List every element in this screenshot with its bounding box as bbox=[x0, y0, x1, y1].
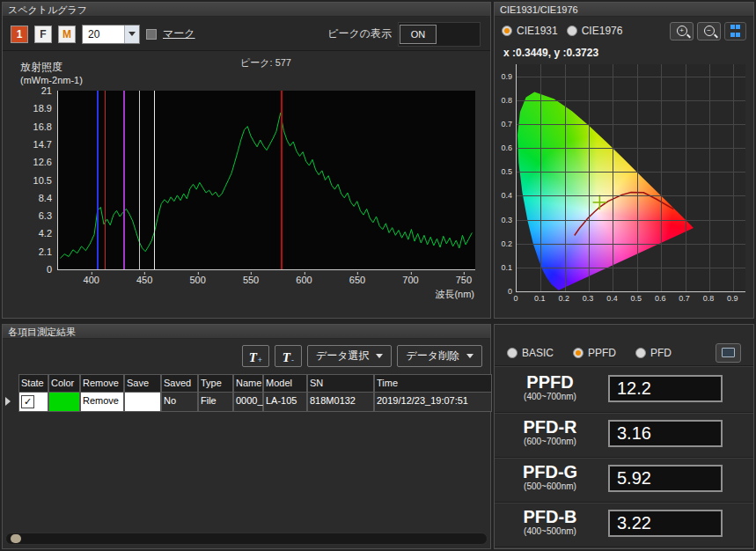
display-mode-1-button[interactable]: 1 bbox=[11, 26, 28, 43]
column-header-type: Type bbox=[198, 374, 233, 393]
cie-panel: CIE1931/CIE1976 CIE1931 CIE1976 + − bbox=[494, 2, 754, 319]
cie-controls: CIE1931 CIE1976 + − bbox=[495, 18, 753, 44]
fit-view-button[interactable] bbox=[724, 22, 746, 40]
y-tick-label: 4.2 bbox=[39, 228, 52, 239]
metric-name: PFD-G bbox=[495, 463, 606, 481]
font-size-increase-button[interactable]: T + bbox=[242, 345, 269, 367]
cie-panel-title: CIE1931/CIE1976 bbox=[500, 4, 578, 15]
wavelength-marker bbox=[154, 91, 155, 269]
x-tick-label: 0.5 bbox=[631, 294, 642, 303]
peak-display-on-button[interactable]: ON bbox=[400, 25, 437, 44]
column-header-color: Color bbox=[48, 374, 80, 393]
data-select-label: データ選択 bbox=[316, 349, 370, 364]
radio-cie1976[interactable]: CIE1976 bbox=[567, 25, 623, 37]
radio-basic[interactable]: BASIC bbox=[507, 347, 554, 359]
wavelength-marker bbox=[105, 91, 106, 269]
spectrum-plot-area[interactable] bbox=[57, 91, 475, 270]
plus-icon: + bbox=[258, 356, 262, 364]
spectrum-x-axis: 400450500550600650700750 bbox=[57, 272, 474, 284]
graph-display-button[interactable] bbox=[716, 343, 741, 363]
radio-cie1931[interactable]: CIE1931 bbox=[502, 25, 558, 37]
radio-ppfd[interactable]: PPFD bbox=[573, 347, 616, 359]
metric-row: PPFD(400~700nm)12.2 bbox=[495, 367, 753, 413]
y-tick-label: 2.1 bbox=[39, 246, 52, 257]
metric-name: PFD-R bbox=[495, 418, 606, 436]
zoom-controls: + − bbox=[670, 22, 746, 40]
y-axis-title: 放射照度 (mWm-2nm-1) bbox=[20, 61, 83, 87]
monitor-icon bbox=[722, 348, 735, 357]
radio-cie1931-label: CIE1931 bbox=[517, 25, 558, 37]
color-swatch-cell[interactable] bbox=[48, 392, 80, 412]
data-delete-button[interactable]: データ削除 bbox=[397, 345, 482, 367]
spectrum-panel-title: スペクトルグラフ bbox=[8, 4, 87, 15]
font-icon: T bbox=[283, 351, 290, 364]
spectrum-line-chart bbox=[58, 91, 475, 269]
metric-wavelength-range: (600~700nm) bbox=[495, 437, 606, 446]
y-tick-label: 0.5 bbox=[501, 167, 512, 176]
scrollbar-thumb[interactable] bbox=[11, 534, 21, 543]
state-cell[interactable]: ✓ bbox=[18, 392, 48, 412]
chromaticity-coordinates: x :0.3449, y :0.3723 bbox=[503, 47, 598, 59]
x-tick-label: 650 bbox=[349, 275, 365, 285]
wavelength-marker bbox=[123, 91, 125, 269]
metric-wavelength-range: (400~500nm) bbox=[495, 526, 606, 536]
metric-value-box: 5.92 bbox=[608, 465, 723, 492]
results-panel-header: 各項目測定結果 bbox=[3, 325, 490, 339]
minus-icon: - bbox=[291, 356, 294, 364]
x-tick-label: 0.9 bbox=[727, 294, 738, 303]
column-header-state: State bbox=[18, 374, 48, 393]
mark-checkbox[interactable] bbox=[146, 29, 157, 40]
data-select-button[interactable]: データ選択 bbox=[307, 345, 393, 367]
remove-button[interactable]: Remove bbox=[80, 392, 124, 412]
x-tick-label: 500 bbox=[189, 275, 205, 285]
peak-display-toggle-strip: ON bbox=[398, 22, 481, 47]
x-tick-label: 400 bbox=[84, 275, 99, 285]
row-selector-icon bbox=[5, 397, 11, 406]
radio-pfd[interactable]: PFD bbox=[635, 347, 672, 359]
spectrum-toolbar: 1 F M 20 マーク ピークの表示 ON bbox=[3, 18, 490, 51]
x-tick-label: 550 bbox=[243, 275, 259, 285]
save-cell[interactable] bbox=[124, 392, 161, 412]
wavelength-marker bbox=[281, 91, 283, 269]
zoom-in-button[interactable]: + bbox=[670, 22, 694, 40]
zoom-out-button[interactable]: − bbox=[697, 22, 721, 40]
state-checkbox[interactable]: ✓ bbox=[21, 395, 34, 408]
results-table: StateColorRemoveSaveSavedTypeNameModelSN… bbox=[6, 374, 487, 415]
x-tick-label: 600 bbox=[296, 275, 312, 285]
horizontal-scrollbar[interactable] bbox=[5, 533, 488, 545]
metric-wavelength-range: (500~600nm) bbox=[495, 481, 606, 491]
wavelength-marker bbox=[139, 91, 140, 269]
font-size-decrease-button[interactable]: T - bbox=[275, 345, 302, 367]
display-mode-f-button[interactable]: F bbox=[34, 26, 52, 43]
metric-row: PFD-B(400~500nm)3.22 bbox=[495, 502, 753, 547]
x-tick-label: 0.8 bbox=[703, 294, 715, 303]
cell-time: 2019/12/23_19:07:51 bbox=[374, 392, 492, 412]
cie-panel-header: CIE1931/CIE1976 bbox=[495, 3, 753, 17]
data-delete-label: データ削除 bbox=[406, 349, 459, 364]
cie-y-axis: 00.10.20.30.40.50.60.70.80.9 bbox=[495, 64, 514, 291]
gridline bbox=[517, 124, 745, 125]
radio-dot-icon bbox=[635, 348, 646, 358]
y-tick-label: 0.4 bbox=[501, 191, 512, 200]
cie-diagram-area[interactable] bbox=[516, 64, 745, 292]
gridline bbox=[517, 268, 745, 268]
dropdown-arrow-icon bbox=[124, 26, 139, 43]
cie-x-axis: 00.10.20.30.40.50.60.70.80.9 bbox=[516, 294, 745, 305]
ppfd-radio-group: BASICPPFDPFD bbox=[507, 347, 672, 359]
radio-cie1976-label: CIE1976 bbox=[582, 25, 623, 37]
display-mode-m-button[interactable]: M bbox=[58, 26, 76, 43]
cell-sn: 818M0132 bbox=[307, 392, 374, 412]
spectrum-curve bbox=[60, 113, 472, 258]
y-tick-label: 0.1 bbox=[501, 263, 512, 272]
mark-label[interactable]: マーク bbox=[163, 26, 195, 41]
radio-dot-icon bbox=[507, 348, 517, 358]
x-tick-label: 0.3 bbox=[583, 294, 594, 303]
average-count-select[interactable]: 20 bbox=[82, 25, 140, 44]
column-header-time: Time bbox=[374, 374, 492, 393]
radio-label: BASIC bbox=[522, 347, 554, 359]
x-tick-label: 0 bbox=[513, 294, 517, 303]
average-count-value: 20 bbox=[88, 28, 99, 40]
cell-name: 0000_ bbox=[233, 392, 263, 412]
cell-type: File bbox=[198, 392, 233, 412]
x-tick-label: 0.1 bbox=[534, 294, 546, 303]
